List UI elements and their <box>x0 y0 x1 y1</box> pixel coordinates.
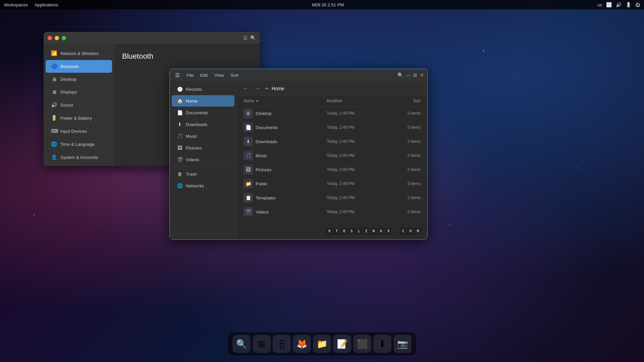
fm-current-path: Home <box>272 86 284 91</box>
fm-body: 🕐Recents🏠Home📄Documents⬇Downloads🎵Music🖼… <box>170 81 427 239</box>
watermark-character: U <box>378 228 384 235</box>
table-row[interactable]: 📄 Documents Today, 2:49 PM 0 items <box>241 120 423 134</box>
fm-search-icon[interactable]: 🔍 <box>397 72 403 78</box>
settings-search-icon[interactable]: 🔍 <box>250 35 256 41</box>
dock-item-search[interactable]: 🔍 <box>232 335 251 353</box>
fm-sidebar-item-home[interactable]: 🏠Home <box>172 95 234 107</box>
row-modified: Today, 2:49 PM <box>327 111 387 116</box>
fm-menu-view[interactable]: View <box>212 72 226 78</box>
fm-menu-edit[interactable]: Edit <box>198 72 210 78</box>
keyboard-layout: us <box>597 2 602 7</box>
settings-minimize-button[interactable] <box>55 36 59 40</box>
volume-icon[interactable]: 🔊 <box>616 2 622 7</box>
settings-item-power-battery[interactable]: 🔋Power & Battery <box>46 112 112 124</box>
dock: 🔍⊞⣿🦊📁📝⬛⬇📷 <box>227 332 417 356</box>
watermark-character: C <box>400 228 407 235</box>
settings-item-desktop[interactable]: 🖥Desktop <box>46 73 112 85</box>
fm-hamburger-icon[interactable]: ☰ <box>173 71 182 79</box>
settings-item-displays[interactable]: 🖥Displays <box>46 86 112 98</box>
fm-sidebar-item-downloads[interactable]: ⬇Downloads <box>172 119 234 130</box>
fm-menu-file[interactable]: File <box>184 72 196 78</box>
workspaces-menu[interactable]: Workspaces <box>4 2 28 7</box>
row-size: 0 items <box>387 111 421 116</box>
row-folder-icon: 🖼 <box>244 165 253 174</box>
settings-item-icon-sound: 🔊 <box>51 102 57 108</box>
dock-item-files[interactable]: 📁 <box>313 335 331 353</box>
row-name: Downloads <box>256 139 327 144</box>
fm-minimize-button[interactable]: — <box>406 72 411 78</box>
fm-sidebar-icon-pictures: 🖼 <box>177 145 182 150</box>
applications-menu[interactable]: Applications <box>35 2 58 7</box>
settings-item-icon-time-language: 🌐 <box>51 141 57 147</box>
watermark-character: O <box>407 228 414 235</box>
topbar-center: M09 26 2:51 PM <box>58 2 597 7</box>
fm-sidebar-item-videos[interactable]: 🎬Videos <box>172 154 234 165</box>
fm-sidebar-item-networks[interactable]: 🌐Networks <box>172 180 234 191</box>
fm-edit-icon[interactable]: ✏ <box>265 86 269 91</box>
settings-item-time-language[interactable]: 🌐Time & Language <box>46 138 112 150</box>
settings-item-sound[interactable]: 🔊Sound <box>46 99 112 111</box>
row-folder-icon: 📋 <box>244 193 253 202</box>
dock-item-apps-grid[interactable]: ⣿ <box>273 335 291 353</box>
row-folder-icon: ⬇ <box>244 137 253 146</box>
dock-item-firefox[interactable]: 🦊 <box>293 335 311 353</box>
watermark: 9TO5LINUX.COM <box>326 228 421 235</box>
row-modified: Today, 2:49 PM <box>327 139 387 144</box>
row-size: 0 items <box>387 181 421 186</box>
watermark-character: N <box>370 228 377 235</box>
fm-back-button[interactable]: ← <box>241 84 250 93</box>
row-size: 0 items <box>387 209 421 214</box>
fm-sidebar: 🕐Recents🏠Home📄Documents⬇Downloads🎵Music🖼… <box>170 81 237 239</box>
settings-item-icon-input-devices: ⌨ <box>51 128 57 134</box>
fm-table: Name ▼ Modified Size 🖥 Desktop Today, 2:… <box>237 96 427 239</box>
fm-maximize-button[interactable]: ⊞ <box>413 72 417 78</box>
watermark-character: L <box>356 228 362 235</box>
power-icon[interactable]: ⏻ <box>635 2 640 7</box>
table-row[interactable]: 🖼 Pictures Today, 2:49 PM 0 items <box>241 163 423 177</box>
fm-sidebar-item-recents[interactable]: 🕐Recents <box>172 83 234 95</box>
fm-col-name-header[interactable]: Name ▼ <box>244 99 327 103</box>
table-row[interactable]: ⬇ Downloads Today, 2:49 PM 0 items <box>241 134 423 148</box>
fm-sidebar-item-documents[interactable]: 📄Documents <box>172 107 234 118</box>
settings-item-input-devices[interactable]: ⌨Input Devices <box>46 125 112 137</box>
settings-item-system-accounts[interactable]: 👤System & Accounts <box>46 151 112 164</box>
fm-col-modified-header[interactable]: Modified <box>327 99 387 103</box>
watermark-character: X <box>385 228 392 235</box>
topbar-left: Workspaces Applications <box>4 2 58 7</box>
dock-item-camera[interactable]: 📷 <box>393 335 412 353</box>
settings-page-title: Bluetooth <box>122 52 252 61</box>
row-name: Pictures <box>256 167 327 172</box>
dock-item-terminal[interactable]: ⬛ <box>353 335 371 353</box>
row-folder-icon: 📄 <box>244 123 253 132</box>
table-row[interactable]: 📋 Templates Today, 2:49 PM 0 items <box>241 191 423 205</box>
row-size: 0 items <box>387 125 421 130</box>
fm-sidebar-item-trash[interactable]: 🗑Trash <box>172 168 234 180</box>
fm-menu-sort[interactable]: Sort <box>228 72 241 78</box>
fm-forward-button[interactable]: → <box>253 84 262 93</box>
settings-item-icon-network-wireless: 📶 <box>51 50 57 56</box>
dock-item-text-editor[interactable]: 📝 <box>333 335 351 353</box>
fm-sidebar-icon-downloads: ⬇ <box>177 122 182 127</box>
settings-item-network-wireless[interactable]: 📶Network & Wireless <box>46 47 112 60</box>
fm-sidebar-item-pictures[interactable]: 🖼Pictures <box>172 142 234 154</box>
row-name: Desktop <box>256 111 327 116</box>
settings-close-button[interactable] <box>48 36 52 40</box>
fm-col-size-header[interactable]: Size <box>387 99 421 103</box>
table-row[interactable]: 🖥 Desktop Today, 2:49 PM 0 items <box>241 106 423 120</box>
settings-maximize-button[interactable] <box>62 36 66 40</box>
row-size: 0 items <box>387 153 421 158</box>
settings-hamburger-icon[interactable]: ☰ <box>243 35 248 41</box>
star-decoration <box>34 215 35 216</box>
dock-item-workspaces[interactable]: ⊞ <box>253 335 271 353</box>
fm-close-button[interactable]: ✕ <box>420 72 424 78</box>
settings-item-icon-displays: 🖥 <box>51 89 57 95</box>
table-row[interactable]: 🎬 Videos Today, 2:49 PM 0 items <box>241 205 423 219</box>
dock-item-downloader[interactable]: ⬇ <box>373 335 391 353</box>
settings-item-bluetooth[interactable]: 🔵Bluetooth <box>46 60 112 73</box>
table-row[interactable]: 📁 Public Today, 2:49 PM 0 items <box>241 177 423 191</box>
row-name: Templates <box>256 195 327 200</box>
battery-icon[interactable]: 🔋 <box>626 2 631 7</box>
row-folder-icon: 📁 <box>244 179 253 188</box>
fm-sidebar-item-music[interactable]: 🎵Music <box>172 130 234 142</box>
table-row[interactable]: 🎵 Music Today, 2:49 PM 0 items <box>241 148 423 163</box>
